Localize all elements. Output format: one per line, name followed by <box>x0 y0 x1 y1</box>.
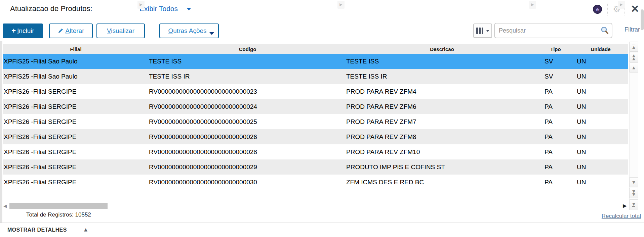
table-row[interactable]: XPFIS26 -Filial SERGIPERV000000000000000… <box>3 114 628 129</box>
scroll-to-end-button[interactable]: ▼ <box>629 199 638 210</box>
cell-filial: XPFIS25 -Filial Sao Paulo <box>3 54 149 69</box>
plus-icon: + <box>11 27 16 35</box>
column-header-descricao[interactable]: Descricao <box>346 46 538 52</box>
window-scrollbar-thumb[interactable] <box>641 9 644 30</box>
column-expand-icon[interactable]: ▶ <box>618 1 625 9</box>
cell-unidade: UN <box>573 129 628 144</box>
cell-codigo: RV0000000000000000000000000030 <box>149 175 346 190</box>
cell-codigo: RV0000000000000000000000000029 <box>149 159 346 175</box>
cell-descricao: TESTE ISS IR <box>346 69 538 84</box>
cell-unidade: UN <box>573 54 628 69</box>
arrow-up-icon: ▲ <box>632 66 635 69</box>
table-row[interactable]: XPFIS26 -Filial SERGIPERV000000000000000… <box>3 144 628 159</box>
recalcular-total-link[interactable]: Recalcular total <box>602 213 641 220</box>
cell-codigo: RV0000000000000000000000000025 <box>149 114 346 129</box>
cell-unidade: UN <box>573 114 628 129</box>
outras-acoes-button[interactable]: Outras Ações <box>159 23 219 38</box>
scroll-left-icon[interactable]: ◀ <box>3 203 7 209</box>
total-records-label: Total de Registros: 10552 <box>26 211 91 218</box>
cell-tipo: PA <box>538 175 573 190</box>
cell-unidade: UN <box>573 159 628 175</box>
cell-tipo: PA <box>538 159 573 175</box>
arrow-down-icon: ▼ <box>632 181 635 184</box>
search-box <box>494 23 612 38</box>
table-header: Filial Codigo Descricao Tipo Unidade <box>3 44 628 54</box>
incluir-button[interactable]: +Incluir <box>3 23 43 38</box>
cell-codigo: TESTE ISS <box>149 54 346 69</box>
cell-descricao: TESTE ISS <box>346 54 538 69</box>
button-label: A <box>66 27 70 34</box>
page-up-button[interactable]: ▲▲ <box>629 52 638 62</box>
column-header-unidade[interactable]: Unidade <box>573 46 628 52</box>
column-header-tipo[interactable]: Tipo <box>538 46 573 52</box>
cell-filial: XPFIS26 -Filial SERGIPE <box>3 144 149 159</box>
cell-codigo: RV0000000000000000000000000023 <box>149 84 346 99</box>
mostrar-detalhes-label: MOSTRAR DETALHES <box>7 227 67 233</box>
visualizar-button[interactable]: Visualizar <box>96 23 145 38</box>
table-row[interactable]: XPFIS26 -Filial SERGIPERV000000000000000… <box>3 175 628 190</box>
table-row[interactable]: XPFIS26 -Filial SERGIPERV000000000000000… <box>3 129 628 144</box>
table-row[interactable]: XPFIS25 -Filial Sao PauloTESTE ISS IRTES… <box>3 69 628 84</box>
cell-filial: XPFIS26 -Filial SERGIPE <box>3 114 149 129</box>
arrow-up-line-icon: ▲ <box>632 45 635 49</box>
titlebar: Atualizacao de Produtos: Exibir Todos e … <box>0 0 644 18</box>
button-label: O <box>168 27 173 34</box>
scroll-up-button[interactable]: ▲ <box>629 62 638 73</box>
filtrar-link[interactable]: Filtrar <box>625 26 640 33</box>
table-row[interactable]: XPFIS26 -Filial SERGIPERV000000000000000… <box>3 99 628 114</box>
cell-descricao: PROD PARA REV ZFM7 <box>346 114 538 129</box>
cell-codigo: RV0000000000000000000000000024 <box>149 99 346 114</box>
chevron-down-icon <box>187 8 191 10</box>
cell-unidade: UN <box>573 144 628 159</box>
table-row[interactable]: XPFIS25 -Filial Sao PauloTESTE ISSTESTE … <box>3 54 628 69</box>
search-icon[interactable] <box>600 26 609 36</box>
cell-unidade: UN <box>573 69 628 84</box>
app-window: Atualizacao de Produtos: Exibir Todos e … <box>0 0 644 237</box>
chevron-down-icon <box>486 30 489 32</box>
cell-tipo: PA <box>538 84 573 99</box>
cell-tipo: SV <box>538 69 573 84</box>
column-expand-icon[interactable]: ▶ <box>337 1 345 9</box>
divider <box>607 3 608 15</box>
table-row[interactable]: XPFIS26 -Filial SERGIPERV000000000000000… <box>3 159 628 175</box>
close-icon[interactable]: × <box>629 1 641 16</box>
cell-descricao: PROD PARA REV ZFM4 <box>346 84 538 99</box>
alterar-button[interactable]: Alterar <box>49 23 93 38</box>
view-selector-dropdown[interactable]: Exibir Todos <box>139 5 191 13</box>
cell-descricao: ZFM ICMS DES E RED BC <box>346 175 538 190</box>
cell-tipo: SV <box>538 54 573 69</box>
horizontal-scrollbar-thumb[interactable] <box>9 203 108 209</box>
cell-codigo: TESTE ISS IR <box>149 69 346 84</box>
scroll-to-top-button[interactable]: ▲ <box>629 42 638 52</box>
cell-descricao: PROD PARA REV ZFM8 <box>346 129 538 144</box>
scroll-right-icon[interactable]: ▶ <box>623 202 627 209</box>
cell-filial: XPFIS26 -Filial SERGIPE <box>3 84 149 99</box>
table-body: XPFIS25 -Filial Sao PauloTESTE ISSTESTE … <box>3 54 628 190</box>
cell-unidade: UN <box>573 99 628 114</box>
search-input[interactable] <box>499 24 596 37</box>
column-header-codigo[interactable]: Codigo <box>149 46 346 52</box>
button-label: V <box>107 27 111 34</box>
collapse-arrow-icon: ▲ <box>84 227 87 232</box>
cell-codigo: RV0000000000000000000000000028 <box>149 144 346 159</box>
app-badge-icon[interactable]: e <box>593 5 602 14</box>
column-config-button[interactable] <box>473 23 492 38</box>
chevron-down-icon <box>209 32 214 35</box>
cell-unidade: UN <box>573 84 628 99</box>
table-row[interactable]: XPFIS26 -Filial SERGIPERV000000000000000… <box>3 84 628 99</box>
cell-filial: XPFIS26 -Filial SERGIPE <box>3 175 149 190</box>
column-expand-icon[interactable]: ▶ <box>529 1 536 9</box>
cell-filial: XPFIS25 -Filial Sao Paulo <box>3 69 149 84</box>
cell-filial: XPFIS26 -Filial SERGIPE <box>3 99 149 114</box>
page-down-button[interactable]: ▼▼ <box>629 188 638 198</box>
scroll-down-button[interactable]: ▼ <box>629 177 638 187</box>
mostrar-detalhes-bar[interactable]: MOSTRAR DETALHES ▲ <box>0 223 644 237</box>
cell-tipo: PA <box>538 99 573 114</box>
cell-tipo: PA <box>538 114 573 129</box>
columns-icon <box>476 28 478 34</box>
cell-filial: XPFIS26 -Filial SERGIPE <box>3 159 149 175</box>
button-label: ncluir <box>19 27 34 34</box>
column-header-filial[interactable]: Filial <box>3 46 149 52</box>
page-title: Atualizacao de Produtos: <box>10 4 92 13</box>
column-expand-icon[interactable]: ▶ <box>137 1 145 9</box>
